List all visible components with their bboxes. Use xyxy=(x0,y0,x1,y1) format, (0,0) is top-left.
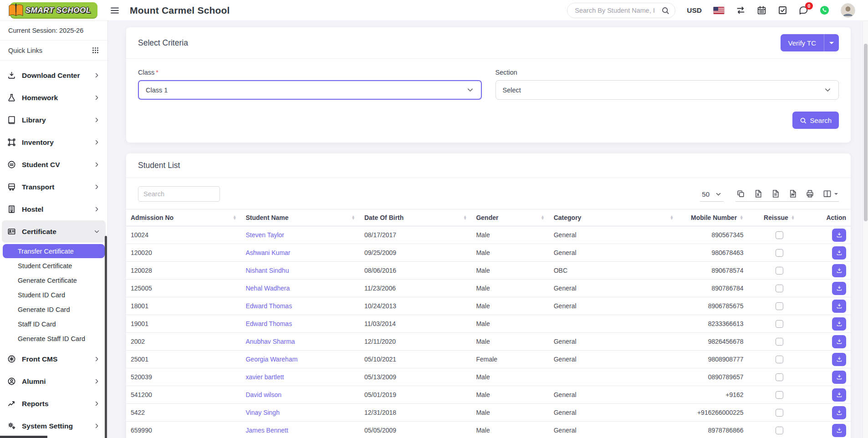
sidebar-item-system-setting[interactable]: System Setting xyxy=(2,415,106,437)
reissue-checkbox[interactable] xyxy=(776,356,783,363)
download-tc-button[interactable] xyxy=(832,246,846,260)
reissue-checkbox[interactable] xyxy=(776,338,783,346)
sidebar-item-transport[interactable]: Transport xyxy=(2,176,106,198)
download-tc-button[interactable] xyxy=(832,388,846,402)
hamburger-menu-icon[interactable] xyxy=(110,5,120,15)
verify-tc-dropdown-toggle[interactable] xyxy=(824,34,839,51)
column-header-reissue[interactable]: Reissue▲▼ xyxy=(748,209,811,226)
sidebar-item-download-center[interactable]: Download Center xyxy=(2,64,106,87)
currency-selector[interactable]: USD xyxy=(687,6,702,15)
reissue-checkbox[interactable] xyxy=(776,249,783,257)
reissue-checkbox[interactable] xyxy=(776,285,783,292)
grid-icon[interactable] xyxy=(92,46,99,54)
download-tc-button[interactable] xyxy=(832,335,846,348)
student-name-link[interactable]: Nehal Wadhera xyxy=(245,285,290,292)
download-tc-button[interactable] xyxy=(832,264,846,277)
column-header-mobile-number[interactable]: Mobile Number▲▼ xyxy=(678,209,748,226)
column-header-gender[interactable]: Gender▲▼ xyxy=(471,209,549,226)
sidebar-subitem-generate-staff-id-card[interactable]: Generate Staff ID Card xyxy=(3,331,105,346)
cell-action xyxy=(811,262,851,280)
reissue-checkbox[interactable] xyxy=(776,231,783,239)
sidebar-item-student-cv[interactable]: Student CV xyxy=(2,153,106,176)
verify-tc-button[interactable]: Verify TC xyxy=(781,34,824,51)
download-tc-button[interactable] xyxy=(832,282,846,295)
pdf-export-button[interactable] xyxy=(788,189,797,198)
sidebar-subitem-student-certificate[interactable]: Student Certificate xyxy=(3,259,105,273)
page-scrollbar-thumb[interactable] xyxy=(864,44,868,221)
logo-area[interactable]: SMART SCHOOL xyxy=(0,2,108,19)
download-tc-button[interactable] xyxy=(832,229,846,242)
column-header-admission-no[interactable]: Admission No▲▼ xyxy=(126,209,241,226)
reissue-checkbox[interactable] xyxy=(776,373,783,381)
excel-export-button[interactable] xyxy=(754,189,762,198)
avatar[interactable] xyxy=(841,3,855,18)
student-name-link[interactable]: David wilson xyxy=(245,391,281,398)
reissue-checkbox[interactable] xyxy=(776,409,783,417)
search-icon[interactable] xyxy=(661,6,669,15)
column-header-category[interactable]: Category▲▼ xyxy=(549,209,679,226)
student-name-link[interactable]: Ashwani Kumar xyxy=(245,249,290,256)
sidebar-item-inventory[interactable]: Inventory xyxy=(2,131,106,153)
sidebar-vertical-scrollbar[interactable] xyxy=(105,236,107,438)
sidebar-subitem-student-id-card[interactable]: Student ID Card xyxy=(3,288,105,302)
reissue-checkbox[interactable] xyxy=(776,320,783,328)
sidebar-subitem-staff-id-card[interactable]: Staff ID Card xyxy=(3,317,105,331)
chevron-down-icon xyxy=(466,86,474,94)
page-length-select[interactable]: 50 xyxy=(700,190,724,202)
column-visibility-button[interactable] xyxy=(823,189,838,198)
table-search-input[interactable] xyxy=(138,186,220,202)
download-tc-button[interactable] xyxy=(832,406,846,419)
student-name-link[interactable]: Steven Taylor xyxy=(245,231,284,239)
download-tc-button[interactable] xyxy=(832,353,846,366)
cell-date-of-birth: 12/11/2020 xyxy=(360,333,471,351)
student-name-link[interactable]: Anubhav Sharma xyxy=(245,338,295,345)
us-flag-icon[interactable] xyxy=(713,7,725,14)
sidebar-item-library[interactable]: Library xyxy=(2,109,106,131)
student-name-link[interactable]: Edward Thomas xyxy=(245,320,292,327)
copy-button[interactable] xyxy=(736,189,745,198)
print-button[interactable] xyxy=(806,189,814,198)
student-name-link[interactable]: xavier bartlett xyxy=(245,373,284,381)
cell-admission-no: 5422 xyxy=(126,404,241,422)
cell-student-name: Anubhav Sharma xyxy=(241,333,359,351)
download-tc-button[interactable] xyxy=(832,300,846,313)
reissue-checkbox[interactable] xyxy=(776,267,783,275)
sidebar-subitem-generate-id-card[interactable]: Generate ID Card xyxy=(3,302,105,316)
sidebar-item-label: Hostel xyxy=(22,205,43,214)
swap-icon[interactable] xyxy=(736,5,745,15)
sidebar-item-front-cms[interactable]: Front CMS xyxy=(2,348,106,370)
download-tc-button[interactable] xyxy=(832,317,846,331)
global-search-input[interactable] xyxy=(575,7,661,14)
quick-links-label: Quick Links xyxy=(8,47,42,54)
reissue-checkbox[interactable] xyxy=(776,391,783,399)
quick-links[interactable]: Quick Links xyxy=(0,41,107,61)
sidebar-horizontal-scrollbar[interactable] xyxy=(0,436,47,438)
sidebar-item-alumni[interactable]: Alumni xyxy=(2,370,106,392)
search-button[interactable]: Search xyxy=(792,112,839,129)
whatsapp-icon[interactable] xyxy=(820,5,829,15)
sidebar-subitem-transfer-certificate[interactable]: Transfer Certificate xyxy=(3,244,105,258)
csv-export-button[interactable] xyxy=(771,189,780,198)
reissue-checkbox[interactable] xyxy=(776,427,783,434)
student-name-link[interactable]: Vinay Singh xyxy=(245,409,279,416)
download-tc-button[interactable] xyxy=(832,371,846,384)
sidebar-item-reports[interactable]: Reports xyxy=(2,392,106,415)
student-name-link[interactable]: Edward Thomas xyxy=(245,302,292,310)
download-tc-button[interactable] xyxy=(832,424,846,437)
sidebar-item-hostel[interactable]: Hostel xyxy=(2,198,106,220)
sidebar-item-homework[interactable]: Homework xyxy=(2,87,106,109)
student-name-link[interactable]: Georgia Wareham xyxy=(245,356,297,363)
task-check-icon[interactable] xyxy=(778,5,787,15)
reissue-checkbox[interactable] xyxy=(776,302,783,310)
sidebar-subitem-generate-certificate[interactable]: Generate Certificate xyxy=(3,273,105,287)
student-name-link[interactable]: James Bennett xyxy=(245,427,288,434)
column-header-student-name[interactable]: Student Name▲▼ xyxy=(241,209,359,226)
student-name-link[interactable]: Nishant Sindhu xyxy=(245,267,289,274)
class-select[interactable]: Class 1 xyxy=(138,80,482,100)
page-scrollbar[interactable] xyxy=(863,21,868,438)
column-header-date-of-birth[interactable]: Date Of Birth▲▼ xyxy=(360,209,471,226)
section-select[interactable]: Select xyxy=(495,80,839,100)
calendar-icon[interactable] xyxy=(757,5,766,15)
sidebar-item-certificate[interactable]: Certificate xyxy=(2,220,106,243)
chat-icon[interactable]: 0 xyxy=(799,5,808,15)
